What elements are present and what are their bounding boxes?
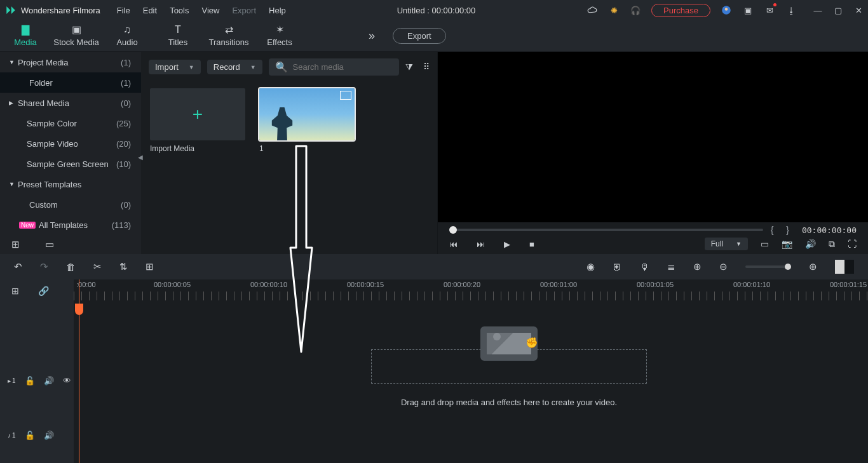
link-icon[interactable]: 🔗 <box>38 286 49 296</box>
cloud-icon[interactable] <box>587 4 598 16</box>
tab-transitions[interactable]: ⇄ Transitions <box>203 25 254 47</box>
tree-sample-video[interactable]: Sample Video (20) <box>0 133 141 154</box>
audio-track-1-header[interactable]: ♪ 1 🔓 🔊 <box>0 408 74 462</box>
adjust-icon[interactable]: ⇅ <box>119 261 128 272</box>
tabs-more-icon[interactable]: » <box>369 29 375 43</box>
tree-folder[interactable]: Folder (1) <box>0 72 141 93</box>
undo-icon[interactable]: ↶ <box>14 261 22 272</box>
idea-icon[interactable]: ✺ <box>608 4 620 16</box>
import-media-thumb[interactable]: + <box>150 88 245 140</box>
tree-shared-media[interactable]: ▶ Shared Media (0) <box>0 93 141 113</box>
chevron-down-icon: ▼ <box>736 241 742 247</box>
prev-frame-icon[interactable]: ⏮ <box>449 239 458 249</box>
menu-edit[interactable]: Edit <box>143 6 157 15</box>
tab-effects[interactable]: ✶ Effects <box>254 25 305 47</box>
zoom-handle-icon[interactable] <box>785 264 791 270</box>
tree-project-media-count: (1) <box>121 58 131 67</box>
mute-icon[interactable]: 🔊 <box>44 376 54 386</box>
search-media[interactable]: 🔍 <box>269 58 399 76</box>
account-avatar-icon[interactable] <box>721 4 732 16</box>
export-button[interactable]: Export <box>393 28 446 44</box>
filter-icon[interactable]: ⧩ <box>405 62 413 72</box>
media-clip-1-thumb[interactable] <box>259 88 355 140</box>
search-input[interactable] <box>293 62 393 72</box>
tab-stock-media[interactable]: ▣ Stock Media <box>51 25 102 47</box>
time-ruler[interactable]: :00:00 00:00:00:05 00:00:00:10 00:00:00:… <box>74 279 868 302</box>
grid-view-icon[interactable]: ⠿ <box>423 62 430 72</box>
visibility-icon[interactable]: 👁 <box>63 376 71 386</box>
menu-file[interactable]: File <box>117 6 130 15</box>
transitions-icon: ⇄ <box>225 25 233 35</box>
tree-sample-color[interactable]: Sample Color (25) <box>0 113 141 133</box>
timeline-size-toggle[interactable] <box>835 260 854 274</box>
preview-quality-dropdown[interactable]: Full ▼ <box>705 238 748 250</box>
delete-icon[interactable]: 🗑 <box>66 262 76 272</box>
mute-icon[interactable]: 🔊 <box>44 431 54 440</box>
tab-media[interactable]: ▇ Media <box>0 25 51 47</box>
record-dropdown[interactable]: Record ▼ <box>207 60 262 74</box>
timeline-size-large[interactable] <box>835 260 844 274</box>
timeline-dropzone[interactable]: ✊ Drag and drop media and effects here t… <box>175 349 843 407</box>
tab-titles[interactable]: T Titles <box>153 25 203 47</box>
tracks-area[interactable]: :00:00 00:00:00:05 00:00:00:10 00:00:00:… <box>74 279 868 463</box>
support-icon[interactable]: 🎧 <box>630 4 641 16</box>
preview-timecode: 00:00:00:00 <box>802 225 857 235</box>
import-media-label: Import Media <box>150 144 245 153</box>
tree-project-media[interactable]: ▼ Project Media (1) <box>0 52 141 72</box>
scrub-track[interactable] <box>449 229 763 231</box>
import-media-card[interactable]: + Import Media <box>150 88 245 153</box>
popout-icon[interactable]: ⧉ <box>829 239 835 250</box>
next-frame-icon[interactable]: ⏭ <box>477 239 485 249</box>
ruler-mark: 00:00:00:20 <box>444 281 480 288</box>
marker-shield-icon[interactable]: ⛨ <box>613 262 622 272</box>
import-dropdown[interactable]: Import ▼ <box>149 60 201 74</box>
tree-sample-green-count: (10) <box>116 159 131 169</box>
scrub-head-icon[interactable] <box>449 226 457 234</box>
new-folder-icon[interactable]: ⊞ <box>11 239 20 250</box>
menu-tools[interactable]: Tools <box>170 6 189 15</box>
menu-view[interactable]: View <box>201 6 219 15</box>
plus-icon: + <box>193 104 203 124</box>
voiceover-mic-icon[interactable]: 🎙 <box>640 262 649 272</box>
fullscreen-icon[interactable]: ⛶ <box>848 239 857 249</box>
playhead[interactable] <box>79 279 79 463</box>
tree-custom[interactable]: Custom (0) <box>0 194 141 215</box>
zoom-in-icon[interactable]: ⊕ <box>809 261 817 272</box>
lock-icon[interactable]: 🔓 <box>25 431 35 440</box>
open-folder-icon[interactable]: ▭ <box>45 239 54 250</box>
tree-preset-templates[interactable]: ▼ Preset Templates <box>0 174 141 194</box>
add-marker-icon[interactable]: ⊕ <box>693 261 702 272</box>
volume-icon[interactable]: 🔊 <box>805 239 816 249</box>
mark-in-out[interactable]: { } <box>771 225 794 235</box>
purchase-button[interactable]: Purchase <box>651 4 710 17</box>
media-clip-1[interactable]: 1 <box>259 88 355 153</box>
zoom-slider[interactable] <box>745 265 791 268</box>
download-icon[interactable]: ⭳ <box>785 4 797 16</box>
minimize-icon[interactable]: — <box>813 6 822 15</box>
preview-screen[interactable] <box>438 52 868 222</box>
tab-audio[interactable]: ♫ Audio <box>102 25 153 47</box>
cut-icon[interactable]: ✂ <box>93 261 102 272</box>
tree-all-templates[interactable]: New All Templates (113) <box>0 215 141 235</box>
playhead-cap-icon[interactable] <box>75 304 83 315</box>
add-track-icon[interactable]: ⊞ <box>11 286 19 296</box>
collapse-sidebar-icon[interactable]: ◀ <box>138 154 143 161</box>
snapshot-icon[interactable]: 📷 <box>782 239 792 249</box>
close-icon[interactable]: ✕ <box>854 6 863 15</box>
crop-tool-icon[interactable]: ⊞ <box>146 261 154 272</box>
play-icon[interactable]: ▶ <box>504 239 510 249</box>
tree-sample-green[interactable]: Sample Green Screen (10) <box>0 154 141 174</box>
render-icon[interactable]: ◉ <box>587 261 595 272</box>
display-icon[interactable]: ▭ <box>761 239 769 249</box>
timeline-size-small[interactable] <box>844 260 854 274</box>
stop-icon[interactable]: ■ <box>529 239 534 249</box>
zoom-out-icon[interactable]: ⊖ <box>719 261 728 272</box>
lock-icon[interactable]: 🔓 <box>25 376 35 386</box>
message-icon[interactable]: ✉ <box>764 4 775 16</box>
video-track-1-header[interactable]: ▸ 1 🔓 🔊 👁 <box>0 353 74 408</box>
mixer-icon[interactable]: ≣ <box>667 261 675 272</box>
save-icon[interactable]: ▣ <box>742 4 754 16</box>
maximize-icon[interactable]: ▢ <box>834 6 843 15</box>
redo-icon[interactable]: ↷ <box>40 261 48 272</box>
menu-help[interactable]: Help <box>269 6 286 15</box>
